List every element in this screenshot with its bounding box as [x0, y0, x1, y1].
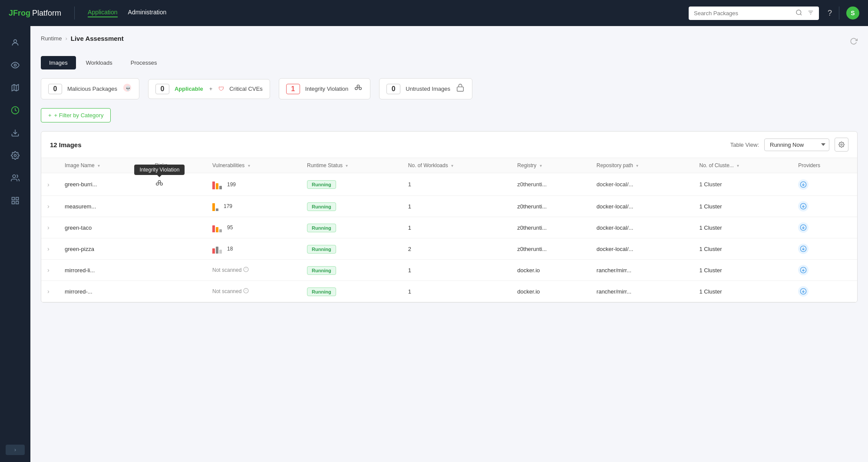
runtime-status-badge: Running	[307, 202, 336, 211]
bar-high	[212, 203, 215, 211]
provider-icon	[798, 286, 809, 297]
sidebar-item-download[interactable]	[6, 123, 25, 142]
registry-text: z0therunti...	[517, 224, 547, 231]
sidebar-item-eye[interactable]	[6, 56, 25, 75]
svg-point-0	[796, 10, 801, 15]
provider-icon	[798, 222, 809, 233]
sidebar-item-layers[interactable]	[6, 191, 25, 210]
col-registry[interactable]: Registry ▾	[511, 158, 591, 173]
col-clusters[interactable]: No. of Cluste... ▾	[693, 158, 792, 173]
col-runtime-status[interactable]: Runtime Status ▾	[301, 158, 402, 173]
integrity-violation-icon[interactable]	[155, 178, 164, 190]
integrity-count: 1	[286, 84, 300, 94]
sidebar-item-map[interactable]	[6, 78, 25, 97]
workloads-count: 1	[408, 288, 411, 295]
summary-card-untrusted[interactable]: 0 Untrusted Images	[379, 78, 472, 99]
col-risks[interactable]: Risks ▾	[149, 158, 206, 173]
logo[interactable]: JFrog Platform	[9, 9, 61, 18]
not-scanned-info-icon[interactable]	[243, 267, 249, 274]
col-repo-path[interactable]: Repository path ▾	[591, 158, 693, 173]
image-name: green-taco	[65, 224, 92, 231]
cve-count: 0	[155, 84, 169, 94]
table-view-select[interactable]: Running Now All Images	[764, 139, 829, 151]
bar-critical	[212, 182, 215, 189]
vuln-bar	[212, 244, 222, 254]
nav-icons: ? S	[828, 7, 859, 20]
search-icon[interactable]	[795, 9, 802, 17]
sidebar-item-settings[interactable]	[6, 146, 25, 165]
row-expand-btn[interactable]: ›	[47, 224, 50, 231]
search-input[interactable]	[694, 10, 792, 16]
vuln-bars-cell: 199	[212, 180, 295, 189]
refresh-icon[interactable]	[850, 37, 858, 47]
col-providers[interactable]: Providers	[792, 158, 857, 173]
vuln-bars-cell: 95	[212, 223, 295, 232]
table-row: › green-burri... Integrity Violation	[41, 173, 857, 196]
svg-point-27	[156, 183, 159, 185]
cluster-count: 1 Cluster	[699, 246, 722, 252]
tab-workloads[interactable]: Workloads	[78, 56, 121, 69]
filter-toggle-icon[interactable]	[808, 10, 814, 17]
svg-rect-17	[12, 201, 15, 204]
summary-card-integrity[interactable]: 1 Integrity Violation	[279, 78, 371, 99]
tab-processes[interactable]: Processes	[122, 56, 165, 69]
col-vulnerabilities[interactable]: Vulnerabilities ▾	[206, 158, 301, 173]
risk-cell-empty	[149, 281, 206, 302]
summary-card-malicious[interactable]: 0 Malicious Packages 💀	[41, 78, 139, 99]
row-expand-btn[interactable]: ›	[47, 245, 50, 252]
sidebar-item-runtime[interactable]	[6, 101, 25, 120]
untrusted-count: 0	[386, 84, 400, 94]
table-settings-button[interactable]	[835, 138, 848, 152]
row-expand-btn[interactable]: ›	[47, 181, 50, 188]
logo-jfrog: JFrog	[9, 9, 30, 18]
breadcrumb: Runtime › Live Assessment	[41, 35, 124, 42]
table-row: › green-pizza 18 Running	[41, 238, 857, 260]
table-title: 12 Images	[50, 141, 82, 148]
runtime-status-badge: Running	[307, 287, 336, 296]
registry-text: docker.io	[517, 288, 540, 295]
bar-low	[219, 250, 222, 254]
row-expand-btn[interactable]: ›	[47, 288, 50, 295]
sidebar-expand-btn[interactable]: ›	[6, 445, 25, 455]
repo-path-text: docker-local/...	[597, 181, 634, 188]
not-scanned-info-icon[interactable]	[243, 288, 249, 295]
nav-application[interactable]: Application	[88, 9, 118, 17]
applicable-label: Applicable	[175, 86, 203, 92]
sidebar-item-user[interactable]	[6, 33, 25, 52]
registry-text: docker.io	[517, 267, 540, 274]
svg-point-5	[14, 40, 17, 43]
breadcrumb-current: Live Assessment	[71, 35, 124, 42]
workloads-count: 1	[408, 181, 411, 188]
provider-icon	[798, 201, 809, 211]
col-image-name[interactable]: Image Name ▾	[59, 158, 149, 173]
registry-text: z0therunti...	[517, 181, 547, 188]
main-content: Runtime › Live Assessment Images Workloa…	[30, 26, 868, 462]
help-icon[interactable]: ?	[828, 9, 832, 18]
svg-line-1	[800, 14, 802, 15]
svg-point-24	[841, 144, 842, 145]
col-workloads[interactable]: No. of Workloads ▾	[402, 158, 511, 173]
registry-text: z0therunti...	[517, 203, 547, 210]
breadcrumb-runtime[interactable]: Runtime	[41, 35, 62, 42]
summary-card-cves[interactable]: 0 Applicable + 🛡 Critical CVEs	[148, 79, 270, 99]
filter-by-category-button[interactable]: + + Filter by Category	[41, 108, 111, 122]
bar-medium	[216, 247, 218, 254]
critical-icon: 🛡	[218, 86, 224, 92]
repo-path-text: docker-local/...	[597, 224, 634, 231]
row-expand-btn[interactable]: ›	[47, 203, 50, 210]
vuln-count: 179	[224, 203, 232, 209]
image-name: green-burri...	[65, 181, 97, 188]
row-expand-btn[interactable]: ›	[47, 267, 50, 274]
not-scanned-label: Not scanned	[212, 267, 295, 274]
user-avatar[interactable]: S	[846, 7, 859, 20]
risk-cell-empty	[149, 217, 206, 238]
image-name: measurem...	[65, 203, 96, 210]
breadcrumb-arrow: ›	[65, 35, 67, 42]
cluster-count: 1 Cluster	[699, 288, 722, 295]
bar-critical	[212, 225, 215, 232]
sidebar-item-admin[interactable]	[6, 168, 25, 188]
nav-links: Application Administration	[88, 9, 166, 17]
nav-administration[interactable]: Administration	[128, 9, 167, 17]
malicious-count: 0	[48, 84, 62, 94]
tab-images[interactable]: Images	[41, 56, 76, 69]
